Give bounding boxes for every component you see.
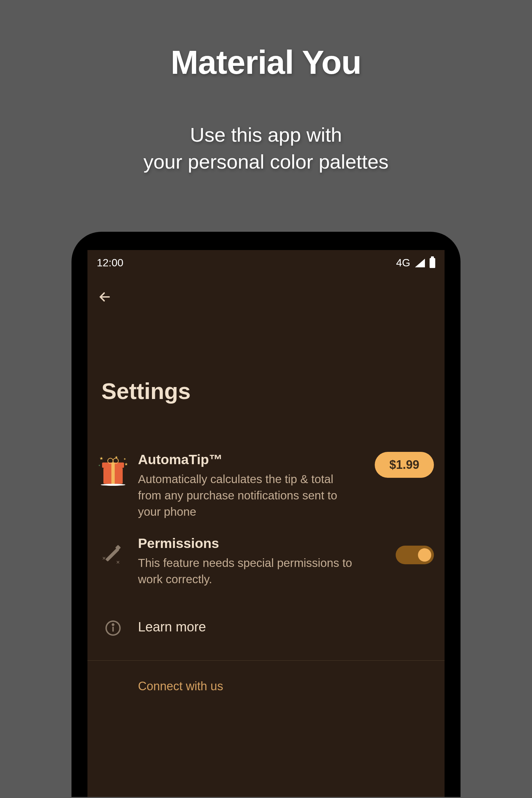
page-title: Settings [88,311,444,431]
signal-icon [415,259,425,267]
automatip-price-button[interactable]: $1.99 [375,452,434,478]
arrow-left-icon [98,290,111,304]
learn-more-label: Learn more [138,620,206,634]
learn-more-button[interactable]: Learn more [94,595,438,660]
info-icon [98,613,128,643]
battery-icon [430,258,435,268]
gift-icon: ★ ✦ ✦ ★ ★ [98,455,128,484]
automatip-title: AutomaTip™ [138,452,358,468]
connect-title: Connect with us [98,679,434,693]
settings-list: ★ ✦ ✦ ★ ★ AutomaTip™ Automatically cal [88,431,444,693]
status-right: 4G [396,257,435,269]
setting-item-automatip[interactable]: ★ ✦ ✦ ★ ★ AutomaTip™ Automatically cal [94,444,438,528]
promo-subtitle-line1: Use this app with [190,124,342,146]
promo-subtitle-line2: your personal color palettes [143,151,388,173]
status-network: 4G [396,257,410,269]
permissions-toggle[interactable] [396,546,434,564]
setting-item-permissions[interactable]: ✕ ✕ Permissions This feature needs speci… [94,528,438,595]
wand-icon: ✕ ✕ [98,538,128,568]
permissions-description: This feature needs special permissions t… [138,555,379,587]
phone-frame: 12:00 4G Settings ★ ✦ ✦ ★ [72,232,460,797]
status-bar: 12:00 4G [88,250,444,274]
setting-content: Permissions This feature needs special p… [138,536,379,587]
promo-subtitle: Use this app with your personal color pa… [0,121,532,175]
svg-point-3 [112,624,114,625]
automatip-description: Automatically calculates the tip & total… [138,471,358,520]
phone-screen: 12:00 4G Settings ★ ✦ ✦ ★ [88,250,444,797]
status-time: 12:00 [97,257,124,269]
promo-title: Material You [0,43,532,81]
back-button[interactable] [88,274,444,311]
toggle-knob [418,548,431,562]
setting-content: AutomaTip™ Automatically calculates the … [138,452,358,520]
permissions-title: Permissions [138,536,379,551]
connect-section: Connect with us [94,661,438,693]
